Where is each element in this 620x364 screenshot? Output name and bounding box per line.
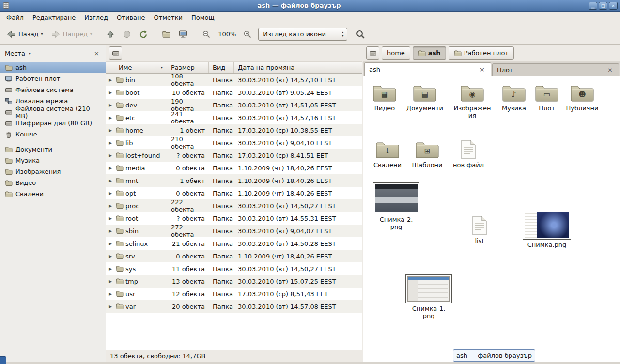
file-row[interactable]: ▶boot10 обектаПапка30.03.2010 (вт) 9,05,… [106,86,362,99]
file-row[interactable]: ▶proc222 обектаПапка30.03.2010 (вт) 14,5… [106,199,362,212]
forward-dropdown-icon[interactable]: ▾ [90,32,92,36]
file-row[interactable]: ▶srv0 обектаПапка1.10.2009 (чт) 18,40,26… [106,250,362,262]
search-button[interactable] [352,27,369,42]
breadcrumb-root-button[interactable] [109,46,122,60]
expander-icon[interactable]: ▶ [109,254,114,258]
file-row[interactable]: ▶usr12 обектаПапка17.03.2010 (ср) 8,51,4… [106,288,362,300]
icon-view-item[interactable]: ▦Видео [365,83,404,112]
file-row[interactable]: ▶tmp13 обектаПапка30.03.2010 (вт) 15,07,… [106,275,362,288]
close-button[interactable]: × [609,2,618,10]
file-row[interactable]: ▶etc241 обектаПапка30.03.2010 (вт) 14,57… [106,111,362,124]
menu-item[interactable]: Файл [2,12,28,23]
taskbar-window-button[interactable]: ash — файлов браузър [453,349,535,362]
back-button[interactable]: Назад ▾ [3,27,46,42]
column-header-modified[interactable]: Дата на промяна [234,62,362,73]
icon-view-item[interactable]: Снимка-2. png [371,182,421,230]
expander-icon[interactable]: ▶ [109,267,114,271]
breadcrumb-ash[interactable]: ash [413,46,446,60]
expander-icon[interactable]: ▶ [109,204,114,208]
tab-plot[interactable]: Плот × [492,63,619,76]
menu-item[interactable]: Изглед [80,12,112,23]
tab-close-icon[interactable]: × [478,66,486,73]
file-row[interactable]: ▶mnt1 обектПапка1.10.2009 (чт) 18,40,26 … [106,174,362,187]
column-header-name[interactable]: Име ▾ [106,62,167,73]
icon-view-item[interactable]: нов файл [449,139,488,168]
expander-icon[interactable]: ▶ [109,242,114,246]
sidebar-item[interactable]: Изображения [0,166,106,177]
icon-view-item[interactable]: ▤Документи [405,83,444,112]
file-row[interactable]: ▶home1 обектПапка17.03.2010 (ср) 10,38,5… [106,124,362,136]
expander-icon[interactable]: ▶ [109,166,114,170]
expander-icon[interactable]: ▶ [109,141,114,145]
expander-icon[interactable]: ▶ [109,304,114,309]
panel-launcher-fragment[interactable] [0,356,6,364]
sidebar-item[interactable]: Шифриран дял (80 GB) [0,118,106,129]
icon-view[interactable]: ▦Видео▤Документи◉Изображен ия♪Музика▭Пло… [363,76,620,362]
expander-icon[interactable]: ▶ [109,279,114,284]
file-row[interactable]: ▶lost+found? обектаПапка17.03.2010 (ср) … [106,149,362,162]
breadcrumb-root-button[interactable] [366,46,379,60]
column-header-type[interactable]: Вид [209,62,234,73]
expander-icon[interactable]: ▶ [109,103,114,107]
icon-view-item[interactable]: ⊞Шаблони [408,139,447,168]
zoom-out-button[interactable] [199,27,214,42]
minimize-button[interactable]: ▁ [589,2,597,10]
icon-view-item[interactable]: ▭Плот [527,83,566,112]
breadcrumb-desktop[interactable]: Работен плот [449,46,514,60]
file-row[interactable]: ▶var20 обектаПапка30.03.2010 (вт) 14,57,… [106,300,362,313]
maximize-button[interactable]: □ [599,2,607,10]
zoom-in-button[interactable] [240,27,255,42]
file-row[interactable]: ▶lib210 обектаПапка30.03.2010 (вт) 9,04,… [106,136,362,149]
sidebar-item[interactable]: Файлова система (210 MB) [0,106,106,118]
up-button[interactable] [103,27,118,42]
icon-view-item[interactable]: ☻Публични [563,83,602,112]
sidebar-item[interactable]: Работен плот [0,73,106,84]
file-row[interactable]: ▶sbin272 обектаПапка30.03.2010 (вт) 9,04… [106,225,362,237]
view-mode-select[interactable]: Изглед като икони ▴ ▾ [258,28,347,41]
titlebar[interactable]: ash — файлов браузър ▁ □ × [0,0,620,12]
sidebar-item[interactable]: Файлова система [0,84,106,95]
icon-view-item[interactable]: Снимка-1. png [403,274,454,319]
stop-button[interactable] [119,27,135,42]
expander-icon[interactable]: ▶ [109,91,114,95]
menu-item[interactable]: Помощ [187,12,219,23]
back-dropdown-icon[interactable]: ▾ [41,32,43,36]
view-mode-spinner[interactable]: ▴ ▾ [339,28,347,40]
menu-item[interactable]: Отиване [112,12,149,23]
sidebar-item[interactable]: ash [0,62,106,73]
icon-view-item[interactable]: list [460,215,499,244]
sidebar-close-icon[interactable]: × [93,50,101,57]
icon-view-item[interactable]: Снимка.png [522,210,572,248]
expander-icon[interactable]: ▶ [109,229,114,233]
file-row[interactable]: ▶root? обектаПапка30.03.2010 (вт) 14,55,… [106,212,362,225]
column-header-size[interactable]: Размер [167,62,209,73]
file-row[interactable]: ▶opt0 обектаПапка1.10.2009 (чт) 18,40,26… [106,187,362,199]
expander-icon[interactable]: ▶ [109,128,114,133]
tab-close-icon[interactable]: × [606,66,614,74]
expander-icon[interactable]: ▶ [109,179,114,183]
sidebar-header[interactable]: Места ▾ × [0,45,106,62]
sidebar-item[interactable]: Кошче [0,129,106,140]
breadcrumb-home[interactable]: home [382,46,410,60]
menu-item[interactable]: Отметки [149,12,186,23]
expander-icon[interactable]: ▶ [109,116,114,120]
home-button[interactable] [158,27,174,42]
tab-ash[interactable]: ash × [364,62,491,76]
file-row[interactable]: ▶bin108 обектаПапка30.03.2010 (вт) 14,57… [106,74,362,86]
file-row[interactable]: ▶dev190 обектаПапка30.03.2010 (вт) 14,51… [106,99,362,111]
computer-button[interactable] [175,27,191,42]
file-row[interactable]: ▶selinux21 обектаПапка30.03.2010 (вт) 14… [106,237,362,250]
file-row[interactable]: ▶sys11 обектаПапка30.03.2010 (вт) 14,50,… [106,262,362,275]
expander-icon[interactable]: ▶ [109,191,114,196]
icon-view-item[interactable]: ◉Изображен ия [453,83,492,119]
sidebar-dropdown-icon[interactable]: ▾ [29,51,31,56]
sidebar-item[interactable]: Музика [0,155,106,166]
expander-icon[interactable]: ▶ [109,153,114,158]
sidebar-item[interactable]: Видео [0,177,106,188]
expander-icon[interactable]: ▶ [109,292,114,296]
sidebar-item[interactable]: Свалени [0,188,106,199]
forward-button[interactable]: Напред ▾ [47,27,96,42]
reload-button[interactable] [136,27,151,42]
menu-item[interactable]: Редактиране [28,12,80,23]
file-row[interactable]: ▶media0 обектаПапка1.10.2009 (чт) 18,40,… [106,162,362,174]
